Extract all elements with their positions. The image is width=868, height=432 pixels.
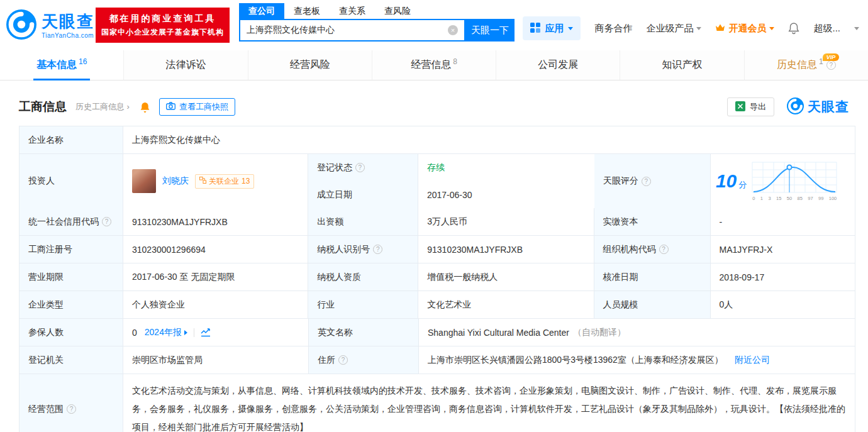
establish-date-subrow: 成立日期 2017-06-30 bbox=[308, 181, 594, 208]
approve-date-label: 核准日期 bbox=[594, 263, 711, 291]
export-button[interactable]: 导出 bbox=[727, 97, 774, 116]
establish-date-label: 成立日期 bbox=[308, 181, 418, 208]
promo-banner: 都在用的商业查询工具 国家中小企业发展子基金旗下机构 bbox=[96, 8, 230, 43]
auto-translate-note: （自动翻译） bbox=[573, 327, 626, 338]
enterprise-product-label: 企业级产品 bbox=[646, 23, 693, 35]
reg-no-value: 310230001296694 bbox=[123, 236, 308, 263]
crown-icon bbox=[715, 23, 725, 34]
annual-report-link[interactable]: 2024年报 bbox=[145, 327, 187, 338]
table-row-insured: 参保人数 0 2024年报 英文名称 Shanghai Yixi Cultura… bbox=[19, 319, 855, 346]
search-tab-relation[interactable]: 查关系 bbox=[330, 3, 375, 19]
tab-intellectual-property[interactable]: 知识产权 bbox=[620, 50, 744, 80]
tab-legal-litigation[interactable]: 法律诉讼 bbox=[124, 50, 248, 80]
capital-label: 出资额 bbox=[308, 208, 418, 235]
view-snapshot-button[interactable]: 查看工商快照 bbox=[159, 98, 235, 116]
watermark-logo-text: 天眼查 bbox=[808, 98, 849, 116]
search-tab-boss[interactable]: 查老板 bbox=[284, 3, 330, 19]
tab-label: 历史信息 bbox=[777, 58, 817, 72]
promo-line-2: 国家中小企业发展子基金旗下机构 bbox=[101, 27, 224, 38]
apps-label: 应用 bbox=[545, 23, 564, 35]
insured-trend-chart-icon[interactable] bbox=[201, 328, 211, 337]
tab-operation-risk[interactable]: 经营风险 bbox=[248, 50, 372, 80]
search-input[interactable] bbox=[240, 25, 448, 35]
tab-basic-info[interactable]: 基本信息 16 bbox=[0, 50, 124, 80]
help-icon[interactable] bbox=[373, 245, 382, 254]
section-title: 工商信息 bbox=[19, 99, 67, 115]
approve-date-value: 2018-09-17 bbox=[711, 263, 855, 291]
insured-value: 0 2024年报 bbox=[123, 319, 309, 346]
tab-label: 基本信息 bbox=[36, 58, 77, 72]
tab-business-info[interactable]: 经营信息 8 bbox=[372, 50, 496, 80]
search-area: 查公司 查老板 查关系 查风险 天眼一下 bbox=[239, 3, 515, 42]
term-value: 2017-06-30 至 无固定期限 bbox=[123, 263, 308, 291]
investor-name-link[interactable]: 刘晓庆 bbox=[162, 175, 189, 187]
english-name-value: Shanghai Yixi Cultural Media Center （自动翻… bbox=[419, 319, 855, 346]
address-text: 上海市崇明区长兴镇潘园公路1800号3号楼13962室（上海泰和经济发展区） bbox=[428, 355, 723, 366]
logo-domain: TianYanCha.com bbox=[42, 32, 94, 39]
notification-bell-icon[interactable] bbox=[788, 22, 799, 35]
address-label: 住所 bbox=[309, 346, 419, 374]
help-icon[interactable] bbox=[659, 245, 669, 254]
nearby-companies-link[interactable]: 附近公司 bbox=[735, 355, 770, 366]
staff-size-label: 人员规模 bbox=[594, 291, 711, 318]
related-companies-badge[interactable]: 关联企业 13 bbox=[195, 174, 254, 189]
table-row-investor: 投资人 刘晓庆 关联企业 13 登记状态 存续 bbox=[19, 154, 855, 208]
watermark-logo: 天眼查 bbox=[787, 97, 849, 117]
term-label: 营业期限 bbox=[19, 263, 123, 291]
help-icon[interactable] bbox=[642, 177, 651, 186]
reg-no-label: 工商注册号 bbox=[19, 236, 123, 263]
business-scope-label: 经营范围 bbox=[19, 374, 123, 432]
search-tabs: 查公司 查老板 查关系 查风险 bbox=[239, 3, 515, 19]
divider bbox=[194, 328, 194, 337]
search-button[interactable]: 天眼一下 bbox=[465, 19, 515, 42]
tianyancha-logo[interactable]: 天眼查 TianYanCha.com bbox=[6, 9, 94, 42]
capital-value: 3万人民币 bbox=[418, 208, 594, 235]
tab-count: 8 bbox=[453, 57, 457, 66]
user-account-label[interactable]: 超级... bbox=[813, 23, 840, 35]
related-companies-label: 关联企业 bbox=[209, 176, 239, 187]
search-tab-risk[interactable]: 查风险 bbox=[375, 3, 420, 19]
authority-label: 登记机关 bbox=[19, 346, 123, 374]
tab-count: 1 bbox=[819, 57, 823, 66]
camera-icon bbox=[166, 102, 175, 112]
tab-label: 经营风险 bbox=[290, 58, 330, 72]
paid-capital-label: 实缴资本 bbox=[594, 208, 711, 235]
industry-value: 文化艺术业 bbox=[418, 291, 594, 318]
history-business-info-link[interactable]: 历史工商信息 bbox=[75, 101, 130, 113]
search-tab-company[interactable]: 查公司 bbox=[239, 3, 284, 19]
help-icon[interactable] bbox=[67, 404, 76, 414]
label-text: 经营范围 bbox=[28, 404, 64, 415]
insured-label: 参保人数 bbox=[19, 319, 123, 346]
label-text: 登记状态 bbox=[317, 162, 352, 174]
reg-status-subrow: 登记状态 存续 bbox=[308, 154, 594, 181]
apps-menu[interactable]: 应用 bbox=[523, 16, 581, 40]
subscribe-bell-icon[interactable] bbox=[140, 101, 150, 113]
clear-search-icon[interactable] bbox=[448, 25, 458, 35]
org-code-label: 组织机构代码 bbox=[594, 236, 711, 263]
business-info-section-bar: 工商信息 历史工商信息 查看工商快照 导出 天眼查 bbox=[19, 94, 849, 119]
score-distribution-chart: 0131550859799100 bbox=[750, 162, 838, 201]
tax-id-label: 纳税人识别号 bbox=[308, 236, 418, 263]
tab-count: 16 bbox=[79, 57, 87, 66]
help-icon[interactable] bbox=[102, 217, 111, 226]
biz-cooperation-link[interactable]: 商务合作 bbox=[594, 23, 632, 35]
label-text: 天眼评分 bbox=[603, 175, 638, 187]
tab-history-info[interactable]: VIP 历史信息 1 bbox=[745, 50, 868, 80]
english-name-text: Shanghai Yixi Cultural Media Center bbox=[428, 328, 569, 338]
staff-size-value: 0人 bbox=[711, 291, 855, 318]
export-label: 导出 bbox=[750, 101, 766, 113]
top-header: 天眼查 TianYanCha.com 都在用的商业查询工具 国家中小企业发展子基… bbox=[0, 0, 868, 50]
tianyancha-company-page: 天眼查 TianYanCha.com 都在用的商业查询工具 国家中小企业发展子基… bbox=[0, 0, 868, 432]
help-icon[interactable] bbox=[826, 60, 836, 70]
chevron-down-icon bbox=[769, 27, 774, 30]
credit-code-value: 91310230MA1JYFRJXB bbox=[123, 208, 308, 235]
help-icon[interactable] bbox=[338, 355, 348, 365]
open-membership-link[interactable]: 开通会员 bbox=[715, 23, 774, 35]
investor-avatar[interactable] bbox=[132, 169, 156, 193]
account-chevron-down-icon[interactable] bbox=[854, 27, 859, 30]
company-nav-tabs: 基本信息 16 法律诉讼 经营风险 经营信息 8 公司发展 知识产权 VIP 历… bbox=[0, 50, 868, 80]
help-icon[interactable] bbox=[355, 163, 365, 172]
enterprise-product-menu[interactable]: 企业级产品 bbox=[646, 23, 701, 35]
label-text: 统一社会信用代码 bbox=[28, 216, 99, 228]
tab-company-development[interactable]: 公司发展 bbox=[496, 50, 620, 80]
